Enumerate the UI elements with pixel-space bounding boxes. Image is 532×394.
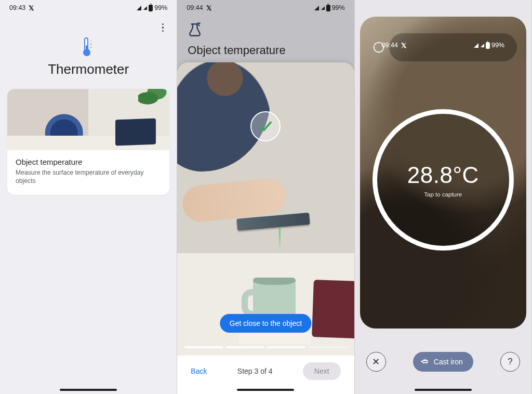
status-bar: 09:44 𝕏 99%: [373, 37, 514, 53]
screen-measure: 09:44 𝕏 99% 28.8°C Tap to capture ✕: [355, 0, 532, 394]
close-icon: ✕: [372, 357, 380, 366]
material-label: Cast iron: [434, 358, 463, 366]
gesture-bar[interactable]: [415, 389, 472, 391]
status-battery: 99%: [491, 42, 504, 49]
instruction-chip: Get close to the object: [220, 314, 311, 333]
status-battery: 99%: [332, 4, 345, 11]
thermometer-icon: [83, 37, 94, 56]
capture-button[interactable]: 28.8°C Tap to capture: [373, 109, 514, 251]
screen-tutorial-step: 09:44 𝕏 99% Object temperature: [177, 0, 354, 394]
beaker-sparkle-icon: [188, 22, 201, 37]
wifi-icon: [314, 6, 319, 10]
screen-thermometer-home: 09:43 𝕏 99% Thermometer Object temperatu…: [0, 0, 177, 394]
step-progress-bar: [184, 346, 347, 348]
page-header: Thermometer: [0, 37, 177, 77]
battery-icon: [486, 42, 490, 49]
object-temperature-card[interactable]: Object temperature Measure the surface t…: [7, 89, 169, 195]
status-time: 09:44: [187, 4, 203, 11]
battery-icon: [149, 5, 153, 11]
page-title: Thermometer: [0, 61, 177, 77]
step-indicator: Step 3 of 4: [237, 367, 273, 375]
tutorial-illustration: Get close to the object: [177, 62, 354, 356]
status-time: 09:44: [382, 42, 398, 49]
help-button[interactable]: ?: [500, 352, 520, 372]
gesture-bar[interactable]: [60, 389, 117, 391]
card-illustration: [7, 89, 169, 150]
bottom-action-row: ✕ Cast iron ?: [355, 336, 531, 394]
wifi-icon: [137, 6, 141, 10]
notification-x-icon: 𝕏: [401, 42, 406, 49]
wifi-icon: [474, 43, 478, 48]
camera-viewfinder: 09:44 𝕏 99% 28.8°C Tap to capture: [360, 17, 526, 329]
back-button[interactable]: Back: [191, 367, 207, 375]
capture-hint: Tap to capture: [424, 191, 462, 198]
material-selector-chip[interactable]: Cast iron: [413, 352, 473, 372]
notification-x-icon: 𝕏: [29, 4, 34, 12]
svg-rect-1: [422, 361, 428, 363]
status-time: 09:43: [9, 4, 25, 11]
overflow-menu-button[interactable]: [157, 22, 168, 33]
header-icon-row: [188, 22, 201, 37]
temperature-value: 28.8°C: [407, 162, 479, 188]
gesture-bar[interactable]: [237, 389, 294, 391]
notification-x-icon: 𝕏: [206, 4, 211, 12]
tutorial-sheet: Get close to the object Back Step 3 of 4…: [177, 62, 354, 394]
signal-icon: [481, 44, 484, 47]
close-button[interactable]: ✕: [366, 352, 386, 372]
signal-icon: [143, 6, 147, 10]
status-bar: 09:43 𝕏 99%: [0, 0, 177, 16]
card-subtitle: Measure the surface temperature of every…: [16, 168, 161, 186]
next-button[interactable]: Next: [303, 362, 341, 380]
battery-icon: [326, 5, 330, 11]
help-icon: ?: [508, 357, 512, 367]
status-battery: 99%: [154, 4, 167, 11]
sheet-heading-behind: Object temperature: [188, 44, 285, 57]
sheet-footer: Back Step 3 of 4 Next: [177, 356, 354, 394]
card-title: Object temperature: [16, 157, 161, 166]
pan-icon: [420, 357, 430, 366]
signal-icon: [321, 6, 325, 10]
status-bar: 09:44 𝕏 99%: [177, 0, 354, 16]
checkmark-icon: [250, 111, 281, 141]
